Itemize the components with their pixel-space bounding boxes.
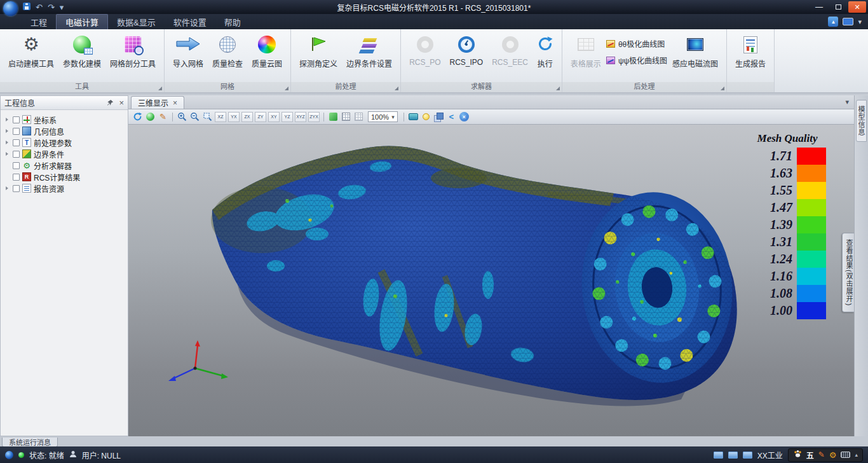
tab-3d-display[interactable]: 三维显示 × (131, 96, 184, 109)
refresh-view-icon[interactable] (132, 111, 143, 122)
undo-icon[interactable]: ↶ (36, 3, 43, 12)
tree-item-report-resources[interactable]: 报告资源 (1, 183, 128, 194)
tree-item-geometry-info[interactable]: 几何信息 (1, 125, 128, 137)
quality-check-button[interactable]: 质量检查 (208, 32, 247, 70)
tree-item-label: RCS计算结果 (34, 172, 80, 183)
boundary-settings-button[interactable]: 边界条件设置 (342, 32, 396, 70)
minimize-button[interactable]: — (810, 1, 828, 13)
ime-mode-label[interactable]: 五 (806, 450, 814, 460)
theta-curve-button[interactable]: θθ极化曲线图 (606, 38, 667, 49)
tab-close-icon[interactable]: × (173, 99, 177, 107)
view-iso-button[interactable]: XYZ (295, 112, 306, 122)
menu-tab-help[interactable]: 帮助 (215, 14, 250, 29)
checkbox[interactable] (13, 151, 20, 158)
launch-modeling-button[interactable]: ⚙ 启动建模工具 (4, 32, 58, 70)
import-mesh-button[interactable]: 导入网格 (169, 32, 207, 70)
checkbox[interactable] (13, 185, 20, 192)
menu-tab-data-display[interactable]: 数据&显示 (108, 14, 165, 29)
maximize-button[interactable] (829, 1, 847, 13)
view-iso2-button[interactable]: ZYX (308, 112, 320, 122)
chevron-down-icon: ▾ (391, 114, 395, 120)
model-info-tab[interactable]: 模型信息 (856, 100, 867, 142)
ime-gear-icon[interactable]: ⚙ (829, 450, 837, 460)
induced-current-button[interactable]: 感应电磁流图 (668, 32, 722, 70)
window-layout-icon[interactable] (743, 452, 752, 459)
edit-pencil-icon[interactable]: ✎ (158, 111, 168, 122)
fit-view-icon[interactable] (328, 111, 339, 122)
checkbox[interactable] (13, 139, 20, 146)
light-icon[interactable] (421, 111, 431, 122)
checkbox[interactable] (13, 162, 20, 169)
tabstrip-caret-icon[interactable]: ▾ (845, 98, 849, 109)
ribbon-toggle-icon[interactable]: ▲ (828, 17, 838, 27)
probe-flag-icon (310, 36, 327, 54)
ime-keyboard-icon[interactable] (841, 452, 850, 458)
parametric-modeling-button[interactable]: 参数化建模 (59, 32, 105, 70)
tree-item-analysis-solver[interactable]: ⚙ 分析求解器 (1, 160, 128, 171)
view-zx-button[interactable]: ZX (241, 112, 253, 122)
results-side-tab[interactable]: 查看结果(双击展开) (842, 233, 854, 312)
view-zy-button[interactable]: ZY (255, 112, 266, 122)
expand-arrow-icon[interactable] (4, 152, 10, 156)
save-icon[interactable] (23, 3, 31, 12)
checkbox[interactable] (13, 174, 20, 181)
expand-arrow-icon[interactable] (4, 186, 10, 190)
mesh-toggle-icon[interactable] (353, 111, 364, 122)
view-yx-button[interactable]: YX (228, 112, 240, 122)
system-messages-tab[interactable]: 系统运行消息 (2, 438, 58, 447)
window-layout-icon[interactable] (714, 452, 723, 459)
ime-pen-icon[interactable]: ✎ (818, 450, 825, 459)
execute-button[interactable]: 执行 (533, 32, 557, 70)
checkbox[interactable] (13, 116, 20, 123)
view-xy-button[interactable]: XY (268, 112, 280, 122)
expand-arrow-icon[interactable] (4, 141, 10, 144)
viewport-3d[interactable]: Mesh Quality 1.71 1.63 1.55 1.47 1.39 1.… (128, 125, 854, 436)
menu-tab-em-computation[interactable]: 电磁计算 (56, 14, 108, 29)
expand-arrow-icon[interactable] (4, 129, 10, 133)
quick-access-caret-icon[interactable]: ▾ (60, 3, 64, 12)
rcs-eec-button[interactable]: RCS_EEC (488, 32, 532, 68)
window-layout-icon[interactable] (728, 452, 738, 459)
button-label: RCS_IPO (449, 58, 483, 67)
probe-angle-button[interactable]: 探测角定义 (295, 32, 341, 70)
quality-cloud-button[interactable]: 质量云图 (248, 32, 286, 70)
grid-toggle-icon[interactable] (341, 111, 351, 122)
mesh-model[interactable] (128, 125, 854, 436)
checkbox[interactable] (13, 128, 20, 135)
view-yz-button[interactable]: YZ (281, 112, 293, 122)
tree-item-boundary-conditions[interactable]: 边界条件 (1, 148, 128, 160)
panel-close-icon[interactable]: × (119, 98, 124, 107)
zoom-select[interactable]: 100% ▾ (368, 111, 398, 122)
tree-item-preprocess-params[interactable]: T 前处理参数 (1, 137, 128, 148)
stop-view-icon[interactable]: × (459, 111, 470, 122)
expand-arrow-icon[interactable] (4, 118, 10, 121)
shaded-view-icon[interactable] (145, 111, 156, 122)
rcs-po-button[interactable]: RCS_PO (405, 32, 444, 68)
menu-tab-engineering[interactable]: 工程 (22, 14, 56, 29)
ime-caret-icon[interactable]: ▴ (855, 452, 858, 458)
menu-caret-icon[interactable]: ▾ (858, 18, 862, 26)
tree-item-coordinate-system[interactable]: 坐标系 (1, 114, 128, 125)
status-logo-icon (5, 451, 13, 459)
ime-logo-icon[interactable] (793, 450, 802, 460)
ime-toolbar[interactable]: 五 ✎ ⚙ ▴ (788, 448, 863, 462)
capture-icon[interactable] (408, 111, 419, 122)
solver-gauge-icon (458, 36, 475, 53)
display-icon[interactable] (843, 18, 853, 25)
zoom-in-icon[interactable] (177, 111, 187, 122)
mesh-tool-button[interactable]: 网格剖分工具 (106, 32, 159, 70)
table-display-button[interactable]: 表格展示 (567, 32, 605, 70)
pin-icon[interactable] (107, 97, 114, 109)
psi-curve-button[interactable]: ψψ极化曲线图 (606, 55, 667, 66)
tree-item-rcs-results[interactable]: R RCS计算结果 (1, 171, 128, 183)
vector-icon[interactable]: < (446, 111, 457, 122)
zoom-out-icon[interactable] (189, 111, 200, 122)
generate-report-button[interactable]: 生成报告 (731, 32, 770, 70)
zoom-window-icon[interactable] (202, 111, 213, 122)
view-xz-button[interactable]: XZ (215, 112, 226, 122)
rcs-ipo-button[interactable]: RCS_IPO (445, 32, 487, 68)
redo-icon[interactable]: ↷ (48, 3, 55, 12)
layers-icon[interactable] (433, 111, 444, 122)
menu-tab-settings[interactable]: 软件设置 (165, 14, 215, 29)
close-button[interactable]: ✕ (848, 1, 866, 13)
